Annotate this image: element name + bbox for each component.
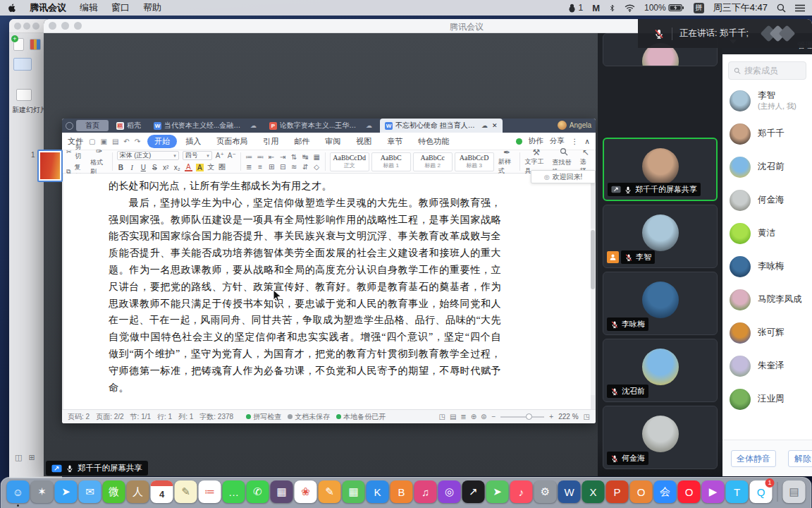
quick-access-icon[interactable]: ↶ — [123, 138, 129, 145]
quick-access-icon[interactable]: ↷ — [135, 138, 140, 145]
view-mode-icon[interactable]: ⊕ — [471, 413, 476, 421]
new-style-button[interactable]: ✒新样式 — [498, 148, 516, 176]
video-thumbnail[interactable]: 郑千千的屏幕共享 — [603, 138, 718, 201]
document-tab[interactable]: 稻 稻壳 — [111, 120, 146, 131]
dock-icon-contacts[interactable]: 人 — [127, 480, 149, 503]
paragraph-format-icon[interactable]: ≔ — [245, 153, 253, 161]
participant-row[interactable]: 朱奎泽 — [722, 349, 812, 382]
menu-item[interactable]: 帮助 — [143, 1, 161, 14]
unmute-all-button[interactable]: 解除 — [788, 450, 812, 467]
ribbon-tab[interactable]: 页面布局 — [209, 135, 254, 148]
text-format-icon[interactable]: U — [140, 164, 147, 171]
dock-icon-mail[interactable]: ✉ — [79, 480, 102, 503]
slide-preview[interactable] — [37, 150, 63, 182]
dock-icon-itunes[interactable]: ♫ — [414, 480, 437, 503]
participant-row[interactable]: 汪业周 — [722, 382, 812, 416]
dock-icon-numbers[interactable]: ▦ — [343, 480, 365, 503]
view-mode-icon[interactable]: ⊞ — [28, 453, 35, 462]
collab-button[interactable]: 协作 — [529, 136, 543, 146]
more-menu-icon[interactable]: ⋮ — [571, 137, 579, 145]
ribbon-tab[interactable]: 邮件 — [287, 135, 316, 148]
zoom-window-icon[interactable] — [74, 22, 82, 30]
participant-row[interactable]: 黄洁 — [722, 217, 812, 250]
dock-icon-messages[interactable]: … — [223, 480, 245, 503]
mute-all-button[interactable]: 全体静音 — [731, 450, 776, 467]
font-name-select[interactable]: 宋体 (正文)▾ — [117, 151, 179, 160]
minimize-window-icon[interactable] — [23, 23, 30, 30]
spotlight-search-icon[interactable] — [777, 4, 786, 13]
style-gallery-item[interactable]: AaBbC 标题 1 — [371, 152, 411, 171]
zoom-in-icon[interactable]: + — [549, 413, 553, 421]
apple-menu-icon[interactable] — [7, 3, 16, 13]
dock-icon-finder[interactable]: ☺ — [7, 480, 30, 503]
participant-row[interactable]: 沈召前 — [722, 150, 812, 183]
minimize-window-icon[interactable] — [61, 22, 69, 30]
cut-icon[interactable]: ✂ — [66, 148, 72, 155]
text-format-icon[interactable]: A — [185, 164, 192, 171]
account-avatar[interactable] — [558, 121, 567, 130]
status-check[interactable]: 文档未保存 — [288, 412, 330, 422]
paragraph-format-icon[interactable]: ≣ — [245, 163, 253, 171]
style-gallery-item[interactable]: AaBbCcDd 正文 — [330, 152, 369, 171]
bluetooth-icon[interactable] — [609, 4, 615, 13]
dock-icon-podcasts[interactable]: ◎ — [438, 480, 461, 503]
slide-thumbnail[interactable]: 1 — [31, 150, 63, 182]
collapse-ribbon-icon[interactable]: ∧ — [584, 137, 590, 145]
participant-row[interactable]: 张可辉 — [722, 316, 812, 349]
battery-status[interactable]: 100% — [644, 3, 684, 13]
dock-icon-stocks[interactable]: ↗ — [462, 480, 485, 503]
dock-icon-launchpad[interactable]: ✶ — [31, 480, 54, 503]
style-gallery-item[interactable]: AaBbCcD 标题 3 — [455, 152, 494, 171]
participant-row[interactable]: 李咏梅 — [722, 250, 812, 283]
dock-icon-safari[interactable]: ➤ — [55, 480, 78, 503]
vertical-scrollbar[interactable] — [591, 229, 595, 395]
menu-app-name[interactable]: 腾讯会议 — [30, 1, 66, 14]
dock-icon-tencent-video[interactable]: ▶ — [702, 480, 725, 503]
text-format-icon[interactable]: S — [151, 164, 159, 171]
search-members-input[interactable] — [744, 66, 801, 75]
dock-icon-opera[interactable]: O — [678, 480, 701, 503]
dock-icon-settings[interactable]: ⚙ — [534, 480, 557, 503]
menu-clock[interactable]: 周三下午4:47 — [713, 1, 768, 14]
document-tab[interactable]: W 当代资本主义经...金融化0424 ☁ — [149, 120, 262, 131]
fit-page-icon[interactable]: ◳ — [584, 413, 590, 421]
close-window-icon[interactable] — [49, 22, 56, 30]
zoom-window-icon[interactable] — [32, 23, 39, 30]
dock-icon-notes[interactable]: ✎ — [175, 480, 197, 503]
dock-icon-pages[interactable]: ✎ — [319, 480, 341, 503]
document-tab[interactable]: P 论数字资本主义...王华华.pdf ☁ — [264, 120, 377, 131]
dock-icon-tencent-meeting[interactable]: 会 — [654, 480, 677, 503]
text-format-icon[interactable]: x₂ — [173, 164, 181, 171]
paragraph-format-icon[interactable]: ⊟ — [279, 163, 287, 171]
dock-icon-books[interactable]: B — [390, 480, 413, 503]
paragraph-format-icon[interactable]: ⇅ — [290, 153, 298, 161]
paragraph-format-icon[interactable]: ▦ — [313, 153, 321, 161]
participant-row[interactable]: 马院李凤成 — [722, 283, 812, 316]
decrease-font-icon[interactable]: A⁻ — [228, 152, 236, 159]
paragraph-format-icon[interactable]: ◇ — [313, 163, 321, 171]
view-mode-icon[interactable]: ◫ — [15, 453, 22, 462]
dock-icon-tim[interactable]: T — [726, 480, 749, 503]
dock-icon-wechat[interactable]: 微 — [103, 480, 125, 503]
paragraph-format-icon[interactable]: ≕ — [257, 153, 264, 161]
video-thumbnail[interactable]: 李咏梅 — [603, 272, 718, 335]
dock-icon-calendar[interactable]: 4 — [151, 480, 173, 503]
zoom-slider-knob[interactable] — [526, 413, 532, 420]
status-check[interactable]: 拼写检查 — [246, 412, 281, 422]
participant-row[interactable]: 李智 (主持人, 我) — [722, 84, 812, 117]
dock-icon-keynote[interactable]: K — [367, 480, 389, 503]
text-format-icon[interactable]: 圈 — [219, 162, 226, 172]
view-mode-icon[interactable]: ◳ — [438, 413, 445, 421]
ribbon-tab[interactable]: 视图 — [349, 135, 379, 148]
quick-access-icon[interactable]: ▢ — [89, 138, 95, 145]
ribbon-tab[interactable]: 审阅 — [318, 135, 347, 148]
dock-icon-excel[interactable]: X — [582, 480, 605, 503]
new-document-icon[interactable] — [13, 38, 24, 51]
document-tab[interactable]: 首页 — [76, 120, 109, 131]
close-tab-icon[interactable]: ✕ — [492, 122, 498, 129]
wifi-icon[interactable] — [625, 4, 635, 12]
increase-font-icon[interactable]: A⁺ — [216, 152, 224, 159]
view-mode-icon[interactable]: ≣ — [460, 413, 466, 421]
paragraph-format-icon[interactable]: ⇥ — [279, 153, 287, 161]
format-painter-icon[interactable]: ✑ — [96, 147, 102, 156]
